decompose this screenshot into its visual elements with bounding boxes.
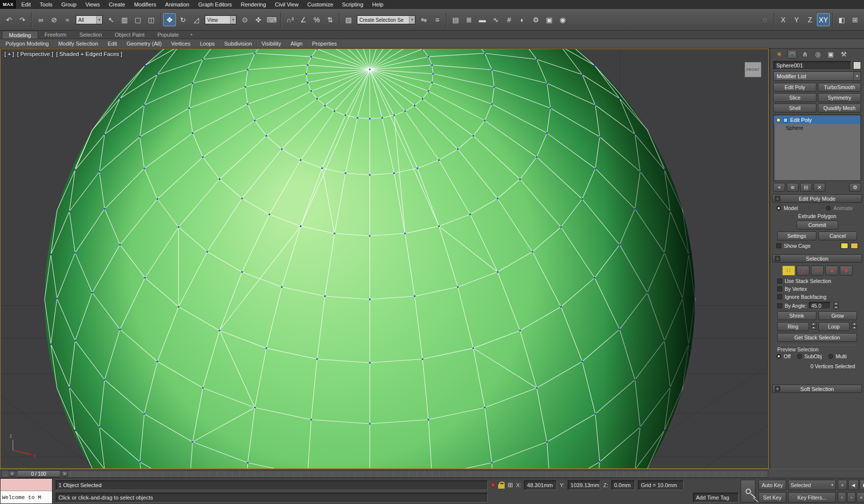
collapse-icon[interactable]: - xyxy=(775,196,780,201)
by-vertex-checkbox[interactable] xyxy=(777,286,782,291)
unlink-selection-icon[interactable]: ⊘ xyxy=(48,13,60,26)
isolate-selection-icon[interactable]: ◌ xyxy=(758,13,771,26)
use-pivot-point-center-icon[interactable]: ⊙ xyxy=(238,13,251,26)
expand-icon[interactable]: + xyxy=(775,386,780,392)
commit-button[interactable]: Commit xyxy=(797,221,838,229)
spinner-up-icon[interactable]: ▴ xyxy=(833,302,839,306)
spinner-up-icon[interactable]: ▴ xyxy=(852,322,857,326)
mirror-icon[interactable]: ⇋ xyxy=(417,13,430,26)
ring-button[interactable]: Ring xyxy=(777,322,809,331)
border-subobject-icon[interactable]: ▭ xyxy=(811,266,824,276)
curve-editor-icon[interactable]: ∿ xyxy=(489,13,502,26)
reference-coordinate-dropdown[interactable]: View ▾ xyxy=(205,15,236,24)
toggle-ribbon-icon[interactable]: ▬ xyxy=(476,13,489,26)
ribbon-panel-button[interactable]: Edit xyxy=(103,39,122,48)
set-keys-button[interactable] xyxy=(741,480,755,503)
preview-multi-radio[interactable] xyxy=(828,354,833,359)
named-selection-set-dropdown[interactable]: Create Selection Se ▾ xyxy=(357,15,415,24)
playback-button[interactable]: › xyxy=(847,492,856,503)
select-and-move-icon[interactable]: ✥ xyxy=(163,13,176,26)
material-editor-icon[interactable]: ◐ xyxy=(516,13,529,26)
loop-spinner[interactable]: ▴▾ xyxy=(852,322,857,330)
render-last-icon[interactable]: ⊞ xyxy=(849,13,862,26)
rectangular-selection-region-icon[interactable]: ▢ xyxy=(131,13,144,26)
ribbon-options-icon[interactable]: ◔ xyxy=(185,31,197,39)
app-logo[interactable]: MAX xyxy=(0,0,17,9)
percent-snap-icon[interactable]: % xyxy=(310,13,323,26)
ribbon-tab[interactable]: Modeling xyxy=(2,31,38,39)
preview-off-radio[interactable] xyxy=(776,354,781,359)
by-angle-checkbox[interactable] xyxy=(777,303,782,308)
viewcube-front-face[interactable]: FRONT xyxy=(745,62,761,77)
playback-button[interactable]: ◀ xyxy=(848,480,859,490)
grow-button[interactable]: Grow xyxy=(818,311,858,320)
ribbon-panel-button[interactable]: Geometry (All) xyxy=(122,39,167,48)
ribbon-panel-button[interactable]: Modify Selection xyxy=(54,39,103,48)
spinner-up-icon[interactable]: ▴ xyxy=(811,322,816,326)
toggle-layer-explorer-icon[interactable]: ≣ xyxy=(462,13,475,26)
menu-item[interactable]: Help xyxy=(368,0,388,8)
selection-filter-dropdown[interactable]: All ▾ xyxy=(76,15,103,24)
x-coordinate-field[interactable]: 48.301mm xyxy=(524,480,557,490)
select-and-scale-icon[interactable]: ◿ xyxy=(190,13,203,26)
menu-item[interactable]: Scripting xyxy=(338,0,368,8)
macro-recorder-icon[interactable] xyxy=(491,483,495,487)
spinner-snap-ic on[interactable]: ⇅ xyxy=(324,13,337,26)
auto-key-button[interactable]: Auto Key xyxy=(758,480,786,490)
axis-x-button[interactable]: X xyxy=(777,13,790,26)
menu-item[interactable]: Rendering xyxy=(236,0,271,8)
key-selection-dropdown[interactable]: Selected ▾ xyxy=(788,480,836,490)
by-angle-value[interactable]: 45.0 xyxy=(809,302,831,309)
ribbon-panel-button[interactable]: Visibility xyxy=(257,39,286,48)
utilities-tab-icon[interactable]: ⚒ xyxy=(839,50,849,58)
cage-color-swatch[interactable] xyxy=(841,243,848,249)
ribbon-panel-button[interactable]: Loops xyxy=(195,39,220,48)
add-time-tag-field[interactable]: Add Time Tag xyxy=(693,493,739,503)
axis-z-button[interactable]: Z xyxy=(804,13,816,26)
menu-item[interactable]: Tools xyxy=(35,0,57,8)
spinner-down-icon[interactable]: ▾ xyxy=(833,306,839,310)
menu-item[interactable]: Edit xyxy=(17,0,35,8)
playback-button[interactable]: » xyxy=(857,492,864,503)
show-cage-checkbox[interactable] xyxy=(776,243,781,248)
redo-icon[interactable]: ↷ xyxy=(16,13,29,26)
polygon-subobject-icon[interactable]: ■ xyxy=(825,266,838,276)
settings-button[interactable]: Settings xyxy=(777,231,816,240)
viewport-shading-menu[interactable]: [ Shaded + Edged Faces ] xyxy=(56,51,122,57)
select-and-manipulate-icon[interactable]: ✜ xyxy=(252,13,265,26)
menu-item[interactable]: Views xyxy=(81,0,104,8)
toggle-scene-explorer-icon[interactable]: ▤ xyxy=(449,13,462,26)
window-crossing-icon[interactable]: ◫ xyxy=(145,13,158,26)
angle-snap-icon[interactable]: ∠ xyxy=(297,13,310,26)
listener-output-row[interactable]: Welcome to M xyxy=(0,491,52,504)
undo-icon[interactable]: ↶ xyxy=(2,13,15,26)
loop-button[interactable]: Loop xyxy=(818,322,850,331)
edge-subobject-icon[interactable]: ╱ xyxy=(797,266,809,276)
ribbon-tab[interactable]: Object Paint xyxy=(109,31,151,39)
ring-spinner[interactable]: ▴▾ xyxy=(811,322,816,330)
z-coordinate-field[interactable]: 0.0mm xyxy=(611,480,635,490)
playback-button[interactable]: « xyxy=(838,480,847,490)
select-and-rotate-icon[interactable]: ↻ xyxy=(176,13,189,26)
cage-selected-color-swatch[interactable] xyxy=(851,243,858,249)
edit-poly-mode-header[interactable]: - Edit Poly Mode xyxy=(772,194,862,203)
modifier-list-dropdown[interactable]: Modifier List ▾ xyxy=(773,71,861,81)
y-coordinate-field[interactable]: 1039.13mm xyxy=(568,480,600,490)
viewport-canvas[interactable] xyxy=(0,49,768,468)
bind-to-space-warp-icon[interactable]: ≈ xyxy=(61,13,74,26)
vertex-subobject-icon[interactable]: ∷ xyxy=(782,266,795,276)
stack-item-edit-poly[interactable]: Edit Poly xyxy=(774,116,861,124)
preview-subobj-radio[interactable] xyxy=(797,354,802,359)
rendered-frame-window-icon[interactable]: ▣ xyxy=(543,13,556,26)
menu-item[interactable]: Create xyxy=(104,0,129,8)
selection-lock-icon[interactable] xyxy=(498,484,505,489)
configure-modifier-sets-icon[interactable]: ⚙ xyxy=(849,183,861,192)
render-iterative-icon[interactable]: ◧ xyxy=(835,13,848,26)
ribbon-tab[interactable]: Freeform xyxy=(38,31,73,39)
menu-item[interactable]: Modifiers xyxy=(129,0,161,8)
set-key-button[interactable]: Set Key xyxy=(758,492,786,503)
select-object-icon[interactable]: ↖ xyxy=(105,13,117,26)
menu-item[interactable]: Group xyxy=(57,0,81,8)
modifier-set-button[interactable]: Slice xyxy=(773,93,816,102)
modify-tab-icon[interactable]: ◠ xyxy=(787,50,797,58)
